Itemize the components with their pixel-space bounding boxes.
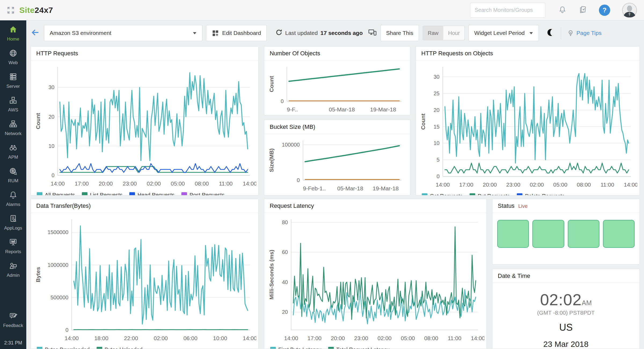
sidebar-item-admin[interactable]: Admin	[7, 261, 20, 278]
sidebar-item-network[interactable]: Network	[5, 120, 21, 136]
last-updated-value: 17 seconds ago	[320, 30, 363, 36]
request-latency-chart: 2040608014:0017:0020:0023:0002:0005:0008…	[265, 215, 484, 345]
network-icon	[9, 120, 17, 129]
svg-text:100000: 100000	[282, 142, 300, 148]
svg-text:05:00: 05:00	[401, 335, 415, 341]
svg-text:20:00: 20:00	[483, 181, 497, 188]
share-this-button[interactable]: Share This	[380, 25, 419, 41]
clock-meridiem: AM	[582, 299, 592, 307]
sidebar-item-reports[interactable]: Reports	[5, 238, 21, 255]
svg-text:1500000: 1500000	[47, 229, 68, 235]
panel-request-latency: Request Latency 2040608014:0017:0020:002…	[264, 199, 487, 349]
user-avatar[interactable]	[622, 3, 637, 18]
svg-text:19-Mar-18: 19-Mar-18	[373, 185, 399, 191]
data-transfer-legend: Bytes DownloadedBytes Uploaded	[32, 345, 256, 349]
sidebar-item-alarms[interactable]: Alarms	[6, 191, 20, 207]
legend-swatch	[181, 192, 187, 195]
share-this-label: Share This	[386, 30, 413, 36]
legend-entry[interactable]: List Requests	[82, 192, 122, 195]
status-monitor-tile[interactable]	[497, 220, 529, 248]
panel-http-requests-on-objects: HTTP Requests on Objects 05101520253014:…	[416, 46, 640, 195]
status-monitor-tile[interactable]	[568, 220, 599, 248]
devices-icon[interactable]	[368, 28, 377, 38]
notifications-bell-icon[interactable]	[558, 5, 567, 15]
sidebar-item-rum[interactable]: RUM	[8, 167, 19, 184]
svg-text:40: 40	[282, 279, 288, 285]
sidebar-item-applogs[interactable]: AppLogs	[4, 214, 22, 231]
legend-entry[interactable]: Delete Requests	[517, 193, 565, 195]
status-monitor-tile[interactable]	[532, 220, 564, 248]
svg-text:14:00: 14:00	[624, 181, 637, 188]
site24x7-logo[interactable]: Site24x7	[19, 6, 53, 15]
legend-entry[interactable]: Post Requests	[181, 192, 224, 195]
sidebar-item-feedback[interactable]: Feedback	[3, 312, 23, 328]
chevron-down-icon	[529, 32, 533, 35]
toggle-raw[interactable]: Raw	[423, 26, 443, 40]
status-monitor-tile[interactable]	[603, 220, 635, 248]
help-icon[interactable]: ?	[599, 5, 610, 16]
back-arrow-icon[interactable]	[31, 28, 40, 38]
legend-entry[interactable]: All Requests	[37, 192, 75, 195]
refresh-icon[interactable]	[275, 29, 283, 37]
svg-text:14:00: 14:00	[243, 180, 256, 187]
svg-text:05:00: 05:00	[171, 180, 185, 187]
http-requests-legend: All RequestsList RequestsHead RequestsPo…	[32, 190, 256, 195]
svg-text:Size(MB): Size(MB)	[268, 148, 275, 172]
legend-entry[interactable]: Total Request Latency	[328, 347, 389, 349]
applogs-icon	[9, 214, 17, 224]
legend-entry[interactable]: Get Requests	[422, 193, 463, 195]
dashboard-grid-icon	[212, 30, 219, 37]
sidebar-item-web[interactable]: Web	[9, 49, 18, 66]
legend-label: Put Requests	[478, 193, 510, 195]
toolbar-divider	[561, 27, 561, 39]
http-requests-on-objects-chart: 05101520253014:0017:0020:0023:0002:0005:…	[417, 62, 637, 191]
widget-level-period-dropdown[interactable]: Widget Level Period	[469, 25, 539, 41]
svg-text:23:00: 23:00	[506, 181, 521, 188]
legend-label: Head Requests	[137, 192, 174, 195]
legend-entry[interactable]: First Byte Latency	[270, 347, 321, 349]
night-mode-moon-icon[interactable]	[546, 28, 555, 38]
sidebar-item-label: Network	[5, 131, 21, 136]
svg-text:20:00: 20:00	[331, 335, 345, 341]
svg-text:22:00: 22:00	[124, 335, 138, 341]
page-tips-label: Page Tips	[576, 30, 601, 36]
legend-entry[interactable]: Put Requests	[470, 193, 510, 195]
svg-text:14:00: 14:00	[436, 181, 450, 188]
chart-svg-request-latency: 2040608014:0017:0020:0023:0002:0005:0008…	[265, 215, 484, 344]
svg-text:5: 5	[437, 157, 440, 163]
svg-text:02:00: 02:00	[147, 180, 161, 187]
sidebar-item-apm[interactable]: APM	[8, 143, 18, 160]
expand-icon[interactable]	[6, 6, 15, 14]
panel-bucket-size: Bucket Size (MB) 01000009-Feb-1..05-Mar-…	[264, 120, 410, 195]
legend-swatch	[82, 192, 87, 195]
sidebar-item-aws[interactable]: AWS	[8, 96, 18, 113]
chart-svg-http-requests-on-objects: 05101520253014:0017:0020:0023:0002:0005:…	[417, 62, 637, 190]
sidebar-item-home[interactable]: Home	[7, 25, 19, 42]
svg-text:30: 30	[49, 84, 54, 90]
web-icon	[9, 49, 17, 59]
legend-entry[interactable]: Bytes Uploaded	[97, 347, 142, 349]
http-requests-chart: 010203014:0017:0020:0023:0002:0005:0008:…	[32, 62, 256, 190]
tasks-icon[interactable]	[579, 5, 587, 15]
legend-entry[interactable]: Head Requests	[129, 192, 174, 195]
legend-swatch	[97, 347, 102, 349]
legend-swatch	[422, 193, 427, 195]
svg-text:06:00: 06:00	[183, 335, 197, 341]
request-latency-legend: First Byte LatencyTotal Request Latency	[265, 345, 484, 349]
page-tips-link[interactable]: Page Tips	[567, 30, 601, 37]
legend-entry[interactable]: Bytes Downloaded	[37, 347, 90, 349]
bucket-size-chart: 01000009-Feb-1..05-Mar-1819-Mar-18Size(M…	[265, 136, 408, 195]
svg-text:30: 30	[434, 74, 440, 80]
toggle-hour[interactable]: Hour	[443, 26, 464, 40]
dashboard-selector[interactable]: Amazon S3 environment	[44, 25, 202, 41]
alarms-icon	[9, 191, 17, 200]
sidebar-item-server[interactable]: Server	[6, 72, 20, 89]
search-input[interactable]	[470, 3, 545, 18]
svg-text:0: 0	[437, 173, 440, 179]
edit-dashboard-button[interactable]: Edit Dashboard	[206, 25, 267, 41]
admin-icon	[9, 261, 17, 271]
sidebar-item-label: AWS	[8, 107, 18, 113]
last-updated-label: Last updated	[285, 30, 318, 36]
legend-label: Bytes Uploaded	[105, 347, 142, 349]
clock-time: 02:02	[540, 291, 582, 309]
